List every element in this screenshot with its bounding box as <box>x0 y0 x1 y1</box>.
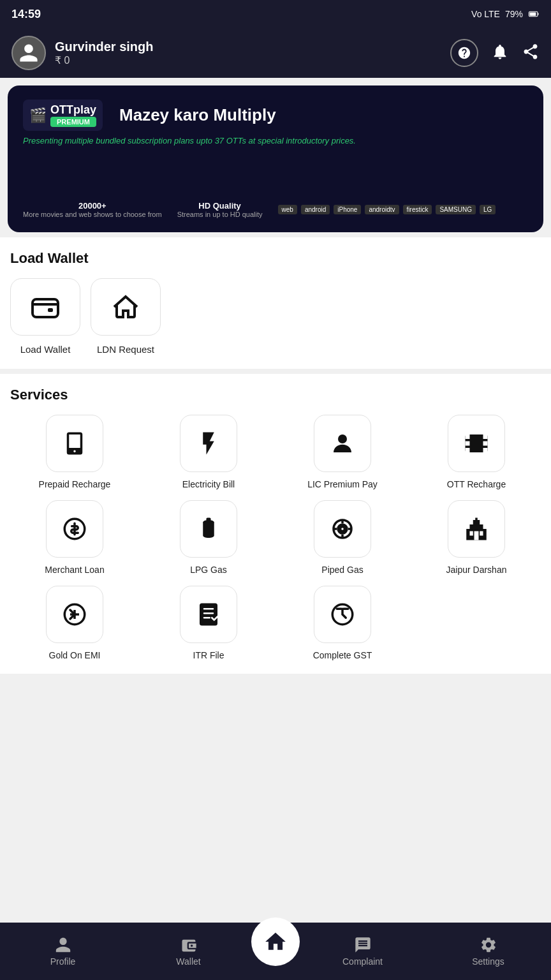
service-prepaid-recharge[interactable]: Prepaid Recharge <box>10 415 139 490</box>
service-complete-gst[interactable]: Complete GST <box>278 586 407 661</box>
service-jaipur-darshan[interactable]: Jaipur Darshan <box>412 500 541 575</box>
lic-icon-box <box>314 415 371 472</box>
person-icon <box>329 430 356 457</box>
svg-rect-8 <box>483 434 488 439</box>
service-merchant-loan[interactable]: Merchant Loan <box>10 500 139 575</box>
status-right: Vo LTE 79% <box>471 8 540 20</box>
user-balance: ₹ 0 <box>55 54 441 66</box>
itr-icon <box>195 601 222 628</box>
service-itr-file[interactable]: ITR File <box>144 586 273 661</box>
status-time: 14:59 <box>11 8 41 21</box>
nav-settings[interactable]: Settings <box>425 936 551 967</box>
svg-point-18 <box>341 526 345 531</box>
banner-tagline: Mazey karo Multiply <box>119 105 276 125</box>
piped-label: Piped Gas <box>321 564 363 575</box>
piped-icon-box <box>314 500 371 558</box>
nav-wallet[interactable]: Wallet <box>126 936 251 967</box>
feature2-sub: Streams in up to HD quality <box>177 211 263 218</box>
feature1-label: More movies and web shows to choose from <box>23 211 162 218</box>
battery-icon <box>528 8 540 20</box>
ott-logo-text: OTTplay <box>50 103 96 116</box>
services-title: Services <box>10 387 541 403</box>
svg-rect-10 <box>483 441 488 445</box>
svg-rect-22 <box>475 517 478 521</box>
electricity-icon-box <box>180 415 237 472</box>
load-wallet-label: Load Wallet <box>20 343 71 356</box>
user-name: Gurvinder singh <box>55 40 441 54</box>
profile-nav-icon <box>54 936 72 954</box>
platform-iphone: iPhone <box>334 205 361 214</box>
jaipur-icon-box <box>448 500 505 558</box>
network-indicator: Vo LTE <box>471 9 500 19</box>
dollar-circle-icon <box>61 516 88 542</box>
service-lic-premium[interactable]: LIC Premium Pay <box>278 415 407 490</box>
help-button[interactable] <box>450 39 478 67</box>
prepaid-label: Prepaid Recharge <box>39 479 111 490</box>
ott-recharge-label: OTT Recharge <box>447 479 506 490</box>
gst-icon <box>329 601 356 628</box>
gas-cylinder-icon <box>195 516 222 542</box>
nav-profile-label: Profile <box>50 956 76 967</box>
load-wallet-section: Load Wallet Load Wallet <box>0 237 551 369</box>
services-grid: Prepaid Recharge Electricity Bill <box>10 415 541 662</box>
ott-icon-box <box>448 415 505 472</box>
nav-complaint[interactable]: Complaint <box>300 936 425 967</box>
promo-banner: 🎬 OTTplay PREMIUM Mazey karo Multiply Pr… <box>8 85 543 232</box>
service-gold-emi[interactable]: Gold On EMI <box>10 586 139 661</box>
service-lpg-gas[interactable]: LPG Gas <box>144 500 273 575</box>
app-header: Gurvinder singh ₹ 0 <box>0 28 551 78</box>
wallet-icon <box>30 292 61 322</box>
svg-rect-15 <box>207 517 211 521</box>
itr-label: ITR File <box>193 650 224 661</box>
home-nav-icon <box>263 930 288 954</box>
lpg-icon-box <box>180 500 237 558</box>
notification-button[interactable] <box>491 43 509 63</box>
gst-label: Complete GST <box>313 650 372 661</box>
merchant-label: Merchant Loan <box>45 564 104 575</box>
svg-rect-23 <box>470 531 473 535</box>
svg-rect-24 <box>480 531 483 535</box>
bottom-navigation: Profile Wallet Complaint Settings <box>0 923 551 980</box>
nav-profile[interactable]: Profile <box>0 936 126 967</box>
service-ott-recharge[interactable]: OTT Recharge <box>412 415 541 490</box>
svg-rect-7 <box>466 434 470 439</box>
mobile-icon <box>61 430 88 457</box>
lic-label: LIC Premium Pay <box>307 479 378 490</box>
gold-emi-icon <box>61 601 88 628</box>
feature1-count: 20000+ <box>23 201 162 211</box>
svg-rect-3 <box>33 299 58 317</box>
gold-emi-label: Gold On EMI <box>49 650 101 661</box>
merchant-icon-box <box>46 500 103 558</box>
banner-subtitle: Presenting multiple bundled subscription… <box>23 136 528 145</box>
service-piped-gas[interactable]: Piped Gas <box>278 500 407 575</box>
svg-point-5 <box>338 434 347 443</box>
services-section: Services Prepaid Recharge Electricit <box>0 374 551 674</box>
ldn-request-icon-box <box>91 278 161 336</box>
svg-rect-25 <box>474 531 479 540</box>
banner-feature-1: 20000+ More movies and web shows to choo… <box>23 201 162 218</box>
platform-firestick: firestick <box>403 205 432 214</box>
nav-home[interactable] <box>251 917 300 966</box>
house-icon <box>110 292 141 322</box>
platform-web: web <box>278 205 297 214</box>
banner-platforms: web android iPhone androidtv firestick S… <box>278 205 496 214</box>
electricity-label: Electricity Bill <box>182 479 235 490</box>
user-avatar[interactable] <box>11 36 46 70</box>
banner-features: 20000+ More movies and web shows to choo… <box>23 201 528 218</box>
premium-badge: PREMIUM <box>50 117 96 127</box>
svg-rect-11 <box>466 448 470 452</box>
svg-rect-2 <box>530 12 536 15</box>
service-electricity-bill[interactable]: Electricity Bill <box>144 415 273 490</box>
wallet-item-load[interactable]: Load Wallet <box>10 278 80 356</box>
wallet-grid: Load Wallet LDN Request <box>10 278 541 356</box>
share-button[interactable] <box>522 43 540 63</box>
nav-wallet-label: Wallet <box>176 956 200 967</box>
wallet-item-ldn[interactable]: LDN Request <box>91 278 161 356</box>
film-icon <box>463 430 490 457</box>
battery-indicator: 79% <box>505 9 523 19</box>
platform-samsung: SAMSUNG <box>436 205 476 214</box>
load-wallet-title: Load Wallet <box>10 250 541 267</box>
nav-complaint-label: Complaint <box>342 956 383 967</box>
wallet-nav-icon <box>180 936 198 954</box>
ott-icon: 🎬 <box>29 107 47 124</box>
